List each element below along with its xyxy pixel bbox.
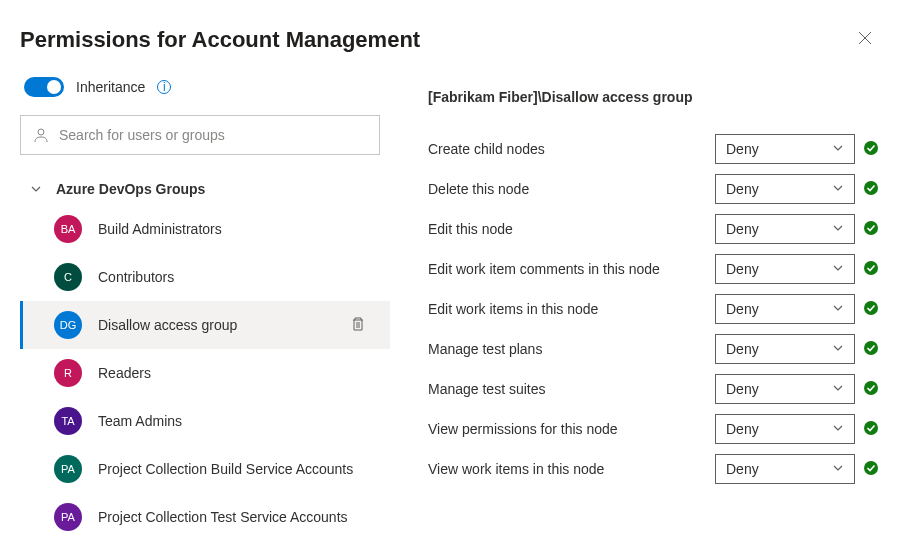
left-pane: Inheritance i Azure DevOps Groups BABuil… — [0, 71, 390, 549]
permission-controls: Deny — [715, 214, 879, 244]
permission-row: Edit work item comments in this nodeDeny — [428, 249, 879, 289]
permission-label: Edit this node — [428, 221, 715, 237]
checkmark-icon — [863, 180, 879, 199]
group-label: Readers — [98, 365, 376, 381]
checkmark-icon — [863, 340, 879, 359]
group-item[interactable]: CContributors — [20, 253, 390, 301]
avatar: DG — [54, 311, 82, 339]
group-label: Disallow access group — [98, 317, 334, 333]
chevron-down-icon — [832, 141, 844, 157]
selected-group-title: [Fabrikam Fiber]\Disallow access group — [428, 89, 879, 105]
group-label: Build Administrators — [98, 221, 376, 237]
permissions-list: Create child nodesDenyDelete this nodeDe… — [428, 129, 879, 489]
avatar: TA — [54, 407, 82, 435]
chevron-down-icon — [832, 421, 844, 437]
permission-select[interactable]: Deny — [715, 174, 855, 204]
permission-select[interactable]: Deny — [715, 134, 855, 164]
permission-row: Delete this nodeDeny — [428, 169, 879, 209]
avatar: PA — [54, 503, 82, 531]
permission-select[interactable]: Deny — [715, 374, 855, 404]
inheritance-toggle[interactable] — [24, 77, 64, 97]
permission-controls: Deny — [715, 374, 879, 404]
checkmark-icon — [863, 220, 879, 239]
permission-controls: Deny — [715, 334, 879, 364]
permission-row: Create child nodesDeny — [428, 129, 879, 169]
svg-point-6 — [864, 341, 878, 355]
svg-point-5 — [864, 301, 878, 315]
svg-point-4 — [864, 261, 878, 275]
chevron-down-icon — [30, 183, 42, 195]
avatar: BA — [54, 215, 82, 243]
inheritance-row: Inheritance i — [20, 77, 390, 97]
permission-row: Manage test suitesDeny — [428, 369, 879, 409]
permission-row: Manage test plansDeny — [428, 329, 879, 369]
checkmark-icon — [863, 420, 879, 439]
permission-row: View permissions for this nodeDeny — [428, 409, 879, 449]
permission-select-value: Deny — [726, 301, 759, 317]
group-label: Contributors — [98, 269, 376, 285]
permission-select-value: Deny — [726, 221, 759, 237]
permission-controls: Deny — [715, 174, 879, 204]
permission-select[interactable]: Deny — [715, 214, 855, 244]
search-input[interactable] — [59, 127, 367, 143]
checkmark-icon — [863, 380, 879, 399]
dialog-header: Permissions for Account Management — [0, 0, 899, 71]
group-item[interactable]: RReaders — [20, 349, 390, 397]
permission-select[interactable]: Deny — [715, 334, 855, 364]
permission-controls: Deny — [715, 294, 879, 324]
groups-section-header[interactable]: Azure DevOps Groups — [20, 173, 390, 205]
info-icon[interactable]: i — [157, 80, 171, 94]
permission-select-value: Deny — [726, 461, 759, 477]
permission-controls: Deny — [715, 454, 879, 484]
avatar: C — [54, 263, 82, 291]
permission-select[interactable]: Deny — [715, 254, 855, 284]
chevron-down-icon — [832, 261, 844, 277]
permission-select[interactable]: Deny — [715, 454, 855, 484]
group-item[interactable]: PAProject Collection Test Service Accoun… — [20, 493, 390, 541]
chevron-down-icon — [832, 341, 844, 357]
permission-label: Delete this node — [428, 181, 715, 197]
permission-select-value: Deny — [726, 341, 759, 357]
permission-select-value: Deny — [726, 421, 759, 437]
group-item[interactable]: BABuild Administrators — [20, 205, 390, 253]
avatar: PA — [54, 455, 82, 483]
permission-label: Manage test suites — [428, 381, 715, 397]
checkmark-icon — [863, 260, 879, 279]
group-item[interactable]: TATeam Admins — [20, 397, 390, 445]
group-item[interactable]: DGDisallow access group — [20, 301, 390, 349]
search-box[interactable] — [20, 115, 380, 155]
permission-label: Edit work items in this node — [428, 301, 715, 317]
svg-point-8 — [864, 421, 878, 435]
svg-point-2 — [864, 181, 878, 195]
chevron-down-icon — [832, 381, 844, 397]
person-icon — [33, 127, 49, 143]
chevron-down-icon — [832, 181, 844, 197]
permission-select-value: Deny — [726, 261, 759, 277]
svg-point-3 — [864, 221, 878, 235]
permission-select[interactable]: Deny — [715, 414, 855, 444]
permission-select[interactable]: Deny — [715, 294, 855, 324]
permission-select-value: Deny — [726, 181, 759, 197]
chevron-down-icon — [832, 301, 844, 317]
chevron-down-icon — [832, 221, 844, 237]
permission-label: Create child nodes — [428, 141, 715, 157]
chevron-down-icon — [832, 461, 844, 477]
permission-row: Edit work items in this nodeDeny — [428, 289, 879, 329]
permission-label: View permissions for this node — [428, 421, 715, 437]
inheritance-label: Inheritance — [76, 79, 145, 95]
close-icon[interactable] — [851, 24, 879, 55]
svg-point-7 — [864, 381, 878, 395]
permission-row: View work items in this nodeDeny — [428, 449, 879, 489]
svg-point-1 — [864, 141, 878, 155]
permission-select-value: Deny — [726, 141, 759, 157]
permission-select-value: Deny — [726, 381, 759, 397]
permission-label: View work items in this node — [428, 461, 715, 477]
group-label: Project Collection Build Service Account… — [98, 461, 376, 477]
permission-row: Edit this nodeDeny — [428, 209, 879, 249]
group-list: BABuild AdministratorsCContributorsDGDis… — [20, 205, 390, 541]
group-item[interactable]: PAProject Collection Build Service Accou… — [20, 445, 390, 493]
permission-label: Manage test plans — [428, 341, 715, 357]
permission-label: Edit work item comments in this node — [428, 261, 715, 277]
trash-icon[interactable] — [350, 316, 366, 335]
checkmark-icon — [863, 140, 879, 159]
